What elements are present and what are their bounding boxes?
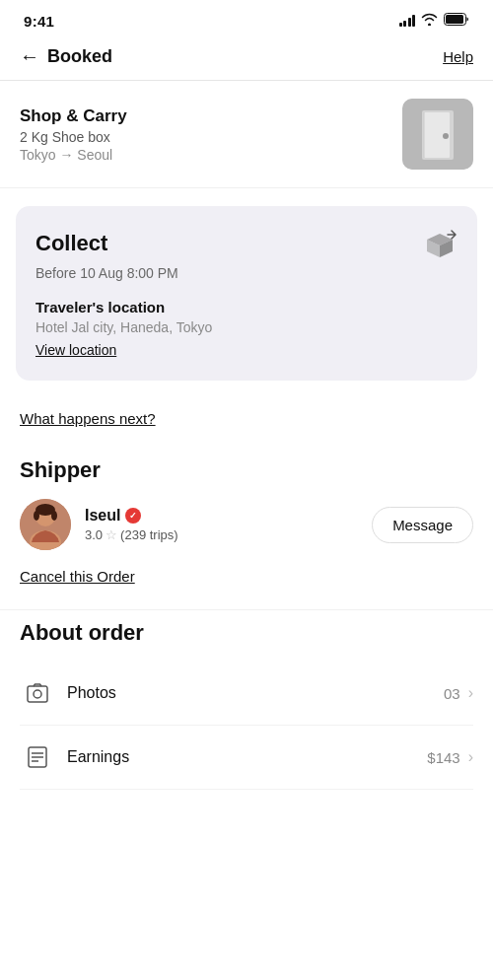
order-route: Tokyo → Seoul	[20, 147, 127, 163]
shipper-name-row: Iseul	[85, 507, 358, 525]
earnings-chevron: ›	[468, 748, 473, 766]
earnings-value: $143	[427, 749, 459, 766]
battery-icon	[444, 12, 469, 30]
svg-rect-16	[28, 686, 47, 702]
status-icons	[399, 12, 470, 30]
back-button[interactable]: ←	[20, 45, 39, 68]
door-illustration	[402, 99, 473, 170]
photos-value: 03	[444, 685, 460, 702]
about-order-section: About order Photos 03 › Earnings $143 ›	[0, 609, 493, 790]
page-title: Booked	[47, 46, 112, 67]
order-info: Shop & Carry 2 Kg Shoe box Tokyo → Seoul	[0, 81, 493, 188]
signal-icon	[399, 15, 416, 27]
shipper-info: Iseul 3.0 ☆ (239 trips)	[85, 507, 358, 542]
cancel-order-button[interactable]: Cancel this Order	[20, 568, 135, 585]
rating-value: 3.0	[85, 527, 103, 542]
collect-deadline: Before 10 Aug 8:00 PM	[35, 265, 458, 281]
shipper-avatar	[20, 499, 71, 550]
what-happens-next-button[interactable]: What happens next?	[20, 410, 156, 427]
shipper-section: Shipper Iseul 3.	[0, 448, 493, 550]
package-icon	[422, 226, 458, 261]
status-bar: 9:41	[0, 0, 493, 35]
svg-point-14	[51, 511, 57, 521]
message-button[interactable]: Message	[372, 507, 473, 543]
collect-title: Collect	[35, 231, 107, 256]
order-details: Shop & Carry 2 Kg Shoe box Tokyo → Seoul	[20, 106, 127, 163]
cancel-order-section: Cancel this Order	[0, 550, 493, 609]
svg-point-5	[443, 133, 449, 139]
collect-card: Collect Before 10 Aug 8:00 PM Traveler's…	[16, 206, 477, 381]
help-button[interactable]: Help	[443, 48, 473, 65]
nav-left: ← Booked	[20, 45, 112, 68]
shipper-name: Iseul	[85, 507, 120, 525]
what-happens-next-section: What happens next?	[0, 398, 493, 448]
about-order-title: About order	[20, 620, 473, 646]
view-location-button[interactable]: View location	[35, 342, 116, 358]
photos-label: Photos	[67, 684, 444, 702]
order-subtitle: 2 Kg Shoe box	[20, 129, 127, 145]
star-icon: ☆	[106, 527, 117, 542]
nav-bar: ← Booked Help	[0, 35, 493, 81]
verified-badge	[125, 508, 141, 524]
status-time: 9:41	[24, 13, 54, 30]
shipper-row: Iseul 3.0 ☆ (239 trips) Message	[20, 499, 473, 550]
avatar-illustration	[20, 499, 71, 550]
order-title: Shop & Carry	[20, 106, 127, 126]
shipper-rating: 3.0 ☆ (239 trips)	[85, 527, 358, 542]
collect-location-address: Hotel Jal city, Haneda, Tokyo	[35, 319, 458, 335]
earnings-row[interactable]: Earnings $143 ›	[20, 726, 473, 790]
photo-icon	[20, 675, 55, 711]
shipper-trips: (239 trips)	[120, 527, 178, 542]
photos-row[interactable]: Photos 03 ›	[20, 662, 473, 726]
collect-header: Collect	[35, 226, 458, 261]
shipper-section-title: Shipper	[20, 457, 473, 483]
order-image	[402, 99, 473, 170]
wifi-icon	[421, 12, 438, 30]
svg-rect-1	[446, 15, 463, 24]
svg-point-13	[34, 511, 39, 521]
svg-point-17	[34, 690, 41, 698]
photos-chevron: ›	[468, 684, 473, 702]
collect-location-title: Traveler's location	[35, 299, 458, 315]
earnings-icon	[20, 739, 55, 775]
earnings-label: Earnings	[67, 748, 427, 766]
